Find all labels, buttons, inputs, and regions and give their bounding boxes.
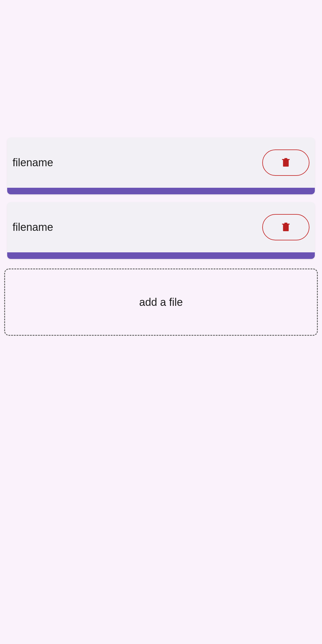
file-card: filename — [7, 202, 315, 259]
file-list: filename filename — [0, 138, 322, 259]
progress-bar — [7, 252, 315, 259]
add-file-label: add a file — [139, 296, 183, 309]
trash-icon — [280, 221, 292, 234]
file-card-content: filename — [7, 138, 315, 188]
trash-icon — [280, 156, 292, 170]
file-name-label: filename — [13, 156, 53, 169]
file-name-label: filename — [13, 221, 53, 234]
delete-button[interactable] — [262, 149, 309, 176]
progress-bar — [7, 188, 315, 194]
file-card-content: filename — [7, 202, 315, 252]
add-file-dropzone[interactable]: add a file — [4, 268, 318, 336]
file-card: filename — [7, 138, 315, 194]
delete-button[interactable] — [262, 214, 309, 240]
